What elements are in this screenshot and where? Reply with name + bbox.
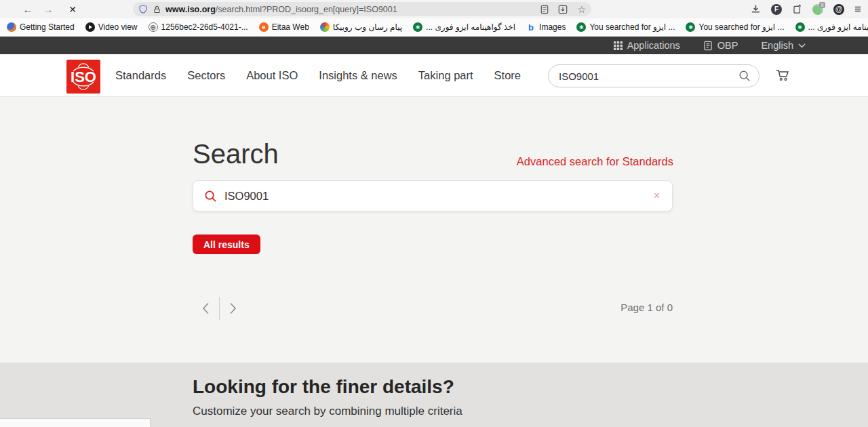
firefox-icon (7, 22, 16, 32)
language-selector[interactable]: English (761, 40, 806, 51)
advanced-search-link[interactable]: Advanced search for Standards (193, 155, 673, 168)
bookmark-item[interactable]: ... اخذ گواهینامه ایزو فوری (413, 22, 515, 32)
back-icon[interactable]: ← (18, 2, 38, 17)
bookmark-item[interactable]: ... اخذ گواهینامه ایزو فوری (795, 22, 868, 32)
search-box[interactable]: × (193, 180, 673, 211)
search-input[interactable] (224, 190, 652, 203)
cart-icon[interactable] (775, 68, 790, 82)
rubika-icon (320, 22, 330, 32)
downloads-icon[interactable] (751, 4, 761, 14)
site-header: ISO Standards Sectors About ISO Insights… (0, 54, 868, 97)
extension-swirl-icon[interactable]: @ (833, 4, 844, 15)
utility-bar: Applications OBP English (0, 37, 868, 54)
reader-mode-icon[interactable] (540, 5, 549, 14)
obp-book-icon (703, 41, 713, 51)
chevron-down-icon (798, 43, 806, 48)
bookmark-item[interactable]: You searched for ایزو ... (686, 22, 784, 32)
nav-sectors[interactable]: Sectors (187, 69, 225, 82)
toolbar-extensions: F X @ ≡ (751, 0, 868, 18)
iso-logo[interactable]: ISO (66, 60, 100, 94)
globe-icon (149, 22, 158, 32)
save-page-icon[interactable] (558, 5, 568, 14)
browser-toolbar: ← → ✕ www.iso.org/search.html?PROD_isoor… (0, 0, 868, 18)
lock-icon[interactable] (153, 5, 161, 14)
menu-icon[interactable]: ≡ (854, 3, 861, 16)
green-site-icon (413, 22, 422, 32)
search-icon (204, 190, 217, 203)
grid-icon (614, 41, 623, 50)
search-icon[interactable] (738, 70, 751, 82)
nav-insights-news[interactable]: Insights & news (319, 69, 397, 82)
browser-status-tooltip (0, 418, 151, 427)
video-icon (85, 22, 95, 32)
green-site-icon (576, 22, 586, 32)
nav-about-iso[interactable]: About ISO (246, 69, 298, 82)
extension-puzzle-icon[interactable] (792, 4, 802, 14)
eitaa-icon: e (259, 22, 269, 32)
url-text[interactable]: www.iso.org/search.html?PROD_isoorg_en[q… (165, 5, 397, 14)
bookmark-item[interactable]: b Images (526, 22, 566, 32)
extension-f-icon[interactable]: F (771, 4, 782, 15)
shield-icon[interactable] (138, 4, 148, 14)
stop-icon[interactable]: ✕ (62, 2, 83, 17)
all-results-button[interactable]: All results (193, 235, 260, 254)
extension-green-icon[interactable]: X (812, 4, 823, 15)
bookmark-item[interactable]: You searched for ایزو ... (576, 22, 675, 32)
main-content: Search Advanced search for Standards × A… (0, 97, 868, 363)
svg-text:ISO: ISO (71, 68, 96, 85)
green-site-icon (795, 22, 805, 32)
bookmark-star-icon[interactable]: ☆ (577, 5, 586, 14)
green-site-icon (686, 22, 695, 32)
bookmark-item[interactable]: Video view (85, 22, 138, 32)
url-bar[interactable]: www.iso.org/search.html?PROD_isoorg_en[q… (133, 2, 591, 16)
bookmark-item[interactable]: پیام رسان وب روبیکا (320, 22, 402, 32)
bookmark-item[interactable]: e Eitaa Web (259, 22, 309, 32)
nav-taking-part[interactable]: Taking part (418, 69, 473, 82)
screenshot-root: ← → ✕ www.iso.org/search.html?PROD_isoor… (0, 0, 868, 427)
clear-icon[interactable]: × (652, 190, 661, 202)
header-search-input[interactable] (559, 70, 738, 82)
header-search-box[interactable] (548, 64, 760, 87)
forward-icon[interactable]: → (38, 2, 58, 17)
main-nav: Standards Sectors About ISO Insights & n… (115, 54, 521, 97)
bookmarks-bar: Getting Started Video view 1256bec2-26d5… (0, 18, 868, 37)
promo-section: Looking for the finer details? Customize… (0, 363, 868, 427)
page-status: Page 1 of 0 (193, 302, 673, 313)
bookmark-item[interactable]: 1256bec2-26d5-4021-... (149, 22, 248, 32)
bookmark-item[interactable]: Getting Started (7, 22, 75, 32)
obp-link[interactable]: OBP (703, 40, 738, 51)
nav-store[interactable]: Store (494, 69, 521, 82)
promo-title: Looking for the finer details? (193, 376, 454, 398)
promo-subtitle: Customize your search by combining multi… (193, 405, 462, 418)
nav-standards[interactable]: Standards (115, 69, 166, 82)
bing-icon: b (526, 22, 536, 32)
applications-link[interactable]: Applications (614, 40, 680, 51)
